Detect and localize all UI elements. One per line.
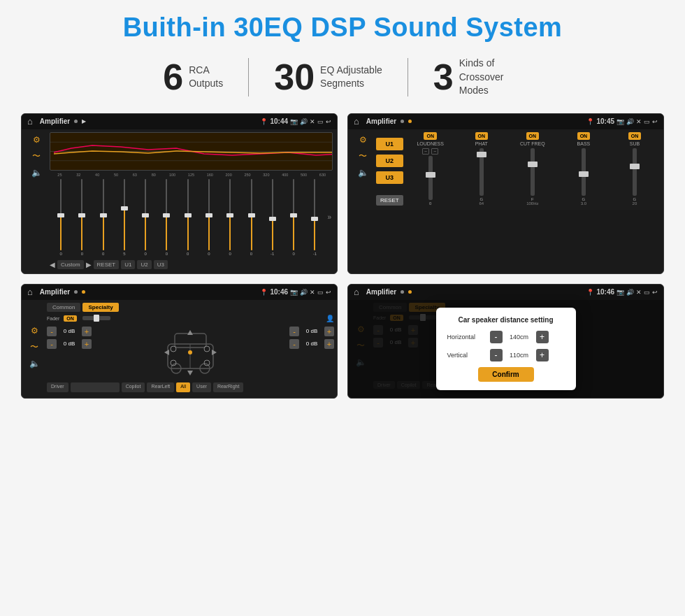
u2-btn[interactable]: U2 xyxy=(137,260,151,269)
fader-thumb[interactable] xyxy=(94,315,99,322)
toggle-bass[interactable]: ON xyxy=(577,132,591,140)
spk-sidebar-icon-1[interactable]: ⚙ xyxy=(31,326,38,336)
status-bar-4: ⌂ Amplifier 📍 10:46 📷 🔊 ✕ ▭ ↩ xyxy=(348,285,663,300)
custom-btn[interactable]: Custom xyxy=(57,260,84,269)
u1-btn[interactable]: U1 xyxy=(121,260,135,269)
fader-3[interactable]: 5 xyxy=(115,179,134,256)
back-icon-3[interactable]: ↩ xyxy=(326,289,331,296)
horizontal-value: 140cm xyxy=(505,334,533,341)
back-icon-1[interactable]: ↩ xyxy=(326,118,331,125)
tab-specialty[interactable]: Specialty xyxy=(82,303,118,312)
screen-eq: ⌂ Amplifier ▶ 📍 10:44 📷 🔊 ✕ ▭ ↩ ⚙ 〜 xyxy=(21,113,338,274)
u3-btn[interactable]: U3 xyxy=(154,260,168,269)
fader-10[interactable]: -1 xyxy=(263,179,282,256)
sub-fader[interactable] xyxy=(633,148,637,196)
btn-copilot[interactable]: Copilot xyxy=(122,382,145,392)
vertical-plus-btn[interactable]: + xyxy=(536,349,549,361)
fader-7[interactable]: 0 xyxy=(199,179,219,256)
svg-marker-14 xyxy=(187,371,193,375)
crossover-sidebar-icon-1[interactable]: ⚙ xyxy=(359,135,367,145)
vertical-value: 110cm xyxy=(505,352,533,359)
toggle-sub[interactable]: ON xyxy=(628,132,642,140)
eq-sidebar-icon-1[interactable]: ⚙ xyxy=(33,135,41,145)
confirm-button[interactable]: Confirm xyxy=(478,367,534,382)
fader-9[interactable]: 0 xyxy=(241,179,261,256)
btn-rearright[interactable]: RearRight xyxy=(213,382,244,392)
channel-bass: ON BASS G 3.0 xyxy=(559,132,608,206)
toggle-phat[interactable]: ON xyxy=(475,132,489,140)
toggle-loudness[interactable]: ON xyxy=(424,132,437,140)
fader-4[interactable]: 0 xyxy=(136,179,155,256)
fader-2[interactable]: 0 xyxy=(94,179,113,256)
back-icon-4[interactable]: ↩ xyxy=(652,289,658,296)
reset-crossover[interactable]: RESET xyxy=(376,195,403,206)
speaker-sidebar: ⚙ 〜 🔈 xyxy=(24,323,44,371)
svg-point-10 xyxy=(204,346,210,352)
fader-8[interactable]: 0 xyxy=(220,179,240,256)
db-plus-0[interactable]: + xyxy=(82,327,92,336)
location-icon-1: 📍 xyxy=(260,118,268,125)
tab-common[interactable]: Common xyxy=(47,303,80,312)
eq-expand-icon[interactable]: » xyxy=(327,213,331,221)
signal-icon-3: ✕ xyxy=(310,289,315,296)
speaker-settings-icon[interactable]: 👤 xyxy=(326,315,334,322)
fader-12[interactable]: -1 xyxy=(305,179,324,256)
fader-on-badge[interactable]: ON xyxy=(64,315,77,322)
curve-opt-1[interactable]: ~ xyxy=(422,148,429,155)
db-plus-1[interactable]: + xyxy=(82,339,92,349)
fader-11[interactable]: 0 xyxy=(284,179,303,256)
btn-rearleft[interactable]: RearLeft xyxy=(147,382,174,392)
crossover-screen-body: ⚙ 〜 🔈 U1 U2 U3 RESET ON xyxy=(348,129,663,210)
home-icon-4[interactable]: ⌂ xyxy=(354,287,359,297)
crossover-sidebar-icon-3[interactable]: 🔈 xyxy=(358,168,368,178)
back-icon-2[interactable]: ↩ xyxy=(652,118,658,125)
eq-main: 25 32 40 50 63 80 100 125 160 200 250 32… xyxy=(50,132,333,269)
db-plus-3[interactable]: + xyxy=(324,339,334,349)
reset-btn[interactable]: RESET xyxy=(94,260,120,269)
fader-slider[interactable] xyxy=(82,316,110,320)
crossover-sidebar-icon-2[interactable]: 〜 xyxy=(359,150,367,162)
db-minus-1[interactable]: - xyxy=(47,339,57,349)
status-bar-2: ⌂ Amplifier 📍 10:45 📷 🔊 ✕ ▭ ↩ xyxy=(348,114,663,129)
fader-6[interactable]: 0 xyxy=(178,179,198,256)
signal-icon-1: ✕ xyxy=(310,118,315,125)
u3-select[interactable]: U3 xyxy=(376,171,403,184)
toggle-cutfreq[interactable]: ON xyxy=(526,132,540,140)
stats-row: 6 RCA Outputs 30 EQ Adjustable Segments … xyxy=(21,57,664,98)
battery-icon-2: ▭ xyxy=(644,118,650,125)
btn-all[interactable]: All xyxy=(176,382,190,392)
db-minus-0[interactable]: - xyxy=(47,327,57,336)
db-minus-2[interactable]: - xyxy=(289,327,299,336)
fader-0[interactable]: 0 xyxy=(51,179,71,256)
speaker-header-row: ⚙ 〜 🔈 Common Specialty Fader ON xyxy=(24,303,334,392)
fader-5[interactable]: 0 xyxy=(157,179,176,256)
volume-icon-2: 🔊 xyxy=(626,118,634,125)
play-btn[interactable]: ▶ xyxy=(86,261,92,268)
cutfreq-fader[interactable] xyxy=(531,148,535,196)
spk-sidebar-icon-2[interactable]: 〜 xyxy=(30,341,38,353)
u2-select[interactable]: U2 xyxy=(376,155,403,167)
fader-1[interactable]: 0 xyxy=(72,179,92,256)
bass-fader[interactable] xyxy=(582,148,586,196)
db-plus-2[interactable]: + xyxy=(324,327,334,336)
loudness-fader[interactable] xyxy=(428,156,433,200)
btn-user[interactable]: User xyxy=(192,382,211,392)
eq-sidebar-icon-2[interactable]: 〜 xyxy=(32,150,41,162)
spk-sidebar-icon-3[interactable]: 🔈 xyxy=(29,359,40,368)
home-icon-3[interactable]: ⌂ xyxy=(27,287,33,297)
prev-btn[interactable]: ◀ xyxy=(50,261,55,268)
bass-val: 3.0 xyxy=(581,201,586,206)
u1-select[interactable]: U1 xyxy=(376,138,403,150)
phat-fader[interactable] xyxy=(480,148,484,196)
horizontal-plus-btn[interactable]: + xyxy=(536,331,549,343)
db-minus-3[interactable]: - xyxy=(289,339,299,349)
dot-icon-2 xyxy=(401,120,404,123)
eq-sidebar-icon-3[interactable]: 🔈 xyxy=(31,168,42,178)
home-icon-1[interactable]: ⌂ xyxy=(27,116,33,127)
vertical-minus-btn[interactable]: - xyxy=(490,349,503,361)
stat-eq-number: 30 xyxy=(274,59,315,95)
curve-opt-2[interactable]: ~ xyxy=(431,148,438,155)
btn-driver[interactable]: Driver xyxy=(47,382,68,392)
horizontal-minus-btn[interactable]: - xyxy=(490,331,503,343)
home-icon-2[interactable]: ⌂ xyxy=(354,116,359,127)
